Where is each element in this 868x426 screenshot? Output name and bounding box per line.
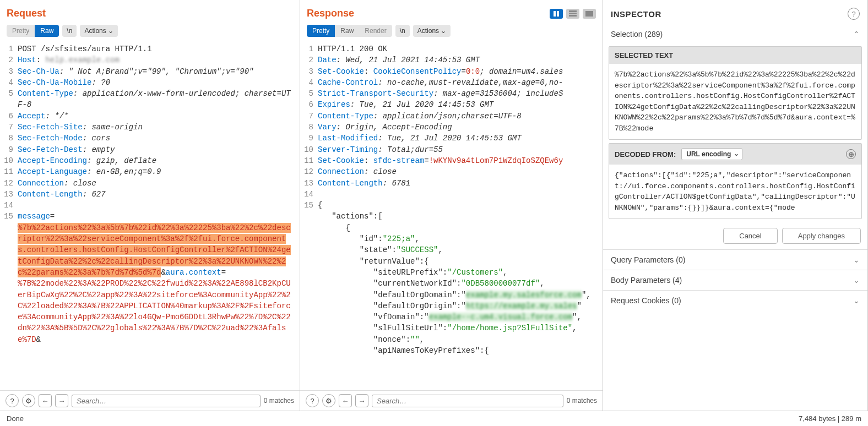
newline-toggle[interactable]: \n <box>395 25 410 37</box>
request-title: Request <box>7 8 46 19</box>
help-icon[interactable]: ? <box>848 8 860 20</box>
response-code[interactable]: 1HTTP/1.1 200 OK2Date: Wed, 21 Jul 2021 … <box>300 41 603 390</box>
search-input[interactable] <box>372 395 563 407</box>
layout-stack-icon[interactable] <box>566 9 579 19</box>
next-match-icon[interactable]: → <box>55 394 68 407</box>
tab-raw[interactable]: Raw <box>35 25 59 37</box>
inspector-title: INSPECTOR <box>611 9 661 19</box>
request-code[interactable]: 1POST /s/sfsites/aura HTTP/1.12Host: hel… <box>0 41 300 390</box>
response-toolbar: Pretty Raw Render \n Actions ⌄ <box>300 25 603 41</box>
gear-icon[interactable]: ⚙ <box>322 394 335 407</box>
match-count: 0 matches <box>567 397 597 405</box>
actions-menu[interactable]: Actions ⌄ <box>413 25 451 37</box>
chevron-down-icon: ⌄ <box>853 255 860 264</box>
tab-raw[interactable]: Raw <box>335 25 359 37</box>
gear-icon[interactable]: ⚙ <box>22 394 35 407</box>
chevron-down-icon: ⌄ <box>441 27 446 35</box>
prev-match-icon[interactable]: ← <box>339 394 352 407</box>
selection-label: Selection (289) <box>611 30 663 39</box>
status-right: 7,484 bytes | 289 m <box>799 414 861 423</box>
search-input[interactable] <box>72 395 261 407</box>
chevron-down-icon: ⌄ <box>853 296 860 305</box>
chevron-up-icon[interactable]: ⌃ <box>853 30 860 39</box>
help-icon[interactable]: ? <box>306 394 319 407</box>
actions-menu[interactable]: Actions ⌄ <box>80 25 118 37</box>
match-count: 0 matches <box>264 397 294 405</box>
status-left: Done <box>7 414 24 423</box>
accordion-row[interactable]: Body Parameters (4)⌄ <box>603 270 867 290</box>
status-bar: Done 7,484 bytes | 289 m <box>0 411 868 426</box>
request-panel: Request Pretty Raw \n Actions ⌄ 1POST /s… <box>0 0 300 411</box>
layout-split-icon[interactable] <box>550 9 563 19</box>
accordion-row[interactable]: Query Parameters (0)⌄ <box>603 249 867 270</box>
layout-single-icon[interactable] <box>583 9 596 19</box>
help-icon[interactable]: ? <box>6 394 19 407</box>
tab-pretty[interactable]: Pretty <box>7 25 35 37</box>
tab-pretty[interactable]: Pretty <box>307 25 335 37</box>
selected-text-header: SELECTED TEXT <box>609 47 861 64</box>
decoded-text-content[interactable]: {"actions":[{"id":"225;a","descriptor":"… <box>609 165 861 219</box>
tab-render[interactable]: Render <box>359 25 392 37</box>
chevron-down-icon: ⌄ <box>853 276 860 285</box>
prev-match-icon[interactable]: ← <box>39 394 52 407</box>
response-panel: Response Pretty Raw Render \n Actions ⌄ … <box>300 0 603 411</box>
inspector-panel: INSPECTOR ? Selection (289) ⌃ SELECTED T… <box>603 0 868 411</box>
response-title: Response <box>307 8 354 19</box>
decoded-from-label: DECODED FROM: <box>615 150 676 159</box>
next-match-icon[interactable]: → <box>355 394 368 407</box>
encoding-select[interactable]: URL encoding <box>681 148 742 160</box>
request-toolbar: Pretty Raw \n Actions ⌄ <box>0 25 300 41</box>
chevron-down-icon: ⌄ <box>108 27 113 35</box>
add-icon[interactable]: ⊕ <box>846 149 856 159</box>
cancel-button[interactable]: Cancel <box>723 228 777 244</box>
newline-toggle[interactable]: \n <box>62 25 77 37</box>
selected-text-content[interactable]: %7b%22actions%22%3a%5b%7b%22id%22%3a%222… <box>609 64 861 139</box>
accordion-row[interactable]: Request Cookies (0)⌄ <box>603 290 867 310</box>
apply-button[interactable]: Apply changes <box>782 228 861 244</box>
